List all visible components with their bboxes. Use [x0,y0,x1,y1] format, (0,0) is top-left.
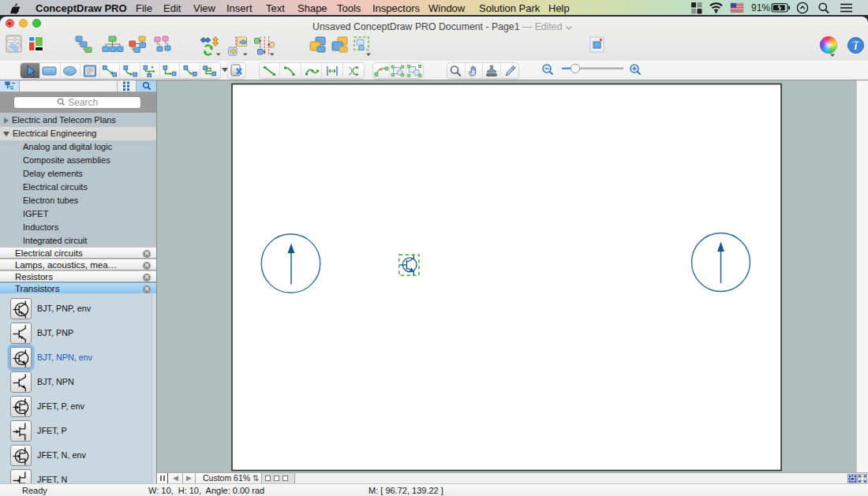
svg-text:i: i [855,40,858,52]
svg-text:91%: 91% [751,2,770,13]
